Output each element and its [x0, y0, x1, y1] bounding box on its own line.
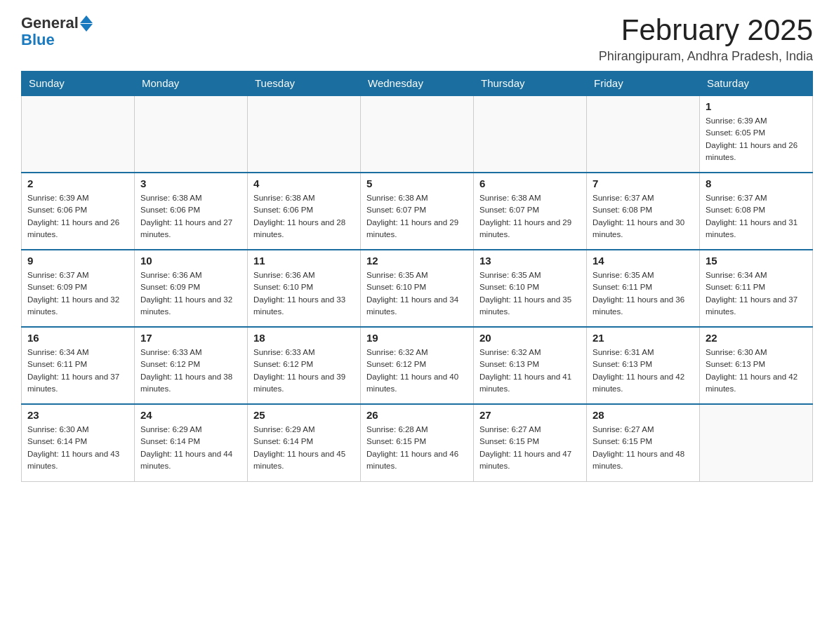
logo-blue: Blue [21, 31, 55, 48]
day-info: Sunrise: 6:32 AMSunset: 6:12 PMDaylight:… [366, 347, 468, 395]
day-info: Sunrise: 6:38 AMSunset: 6:07 PMDaylight:… [366, 192, 468, 241]
calendar-cell: 17Sunrise: 6:33 AMSunset: 6:12 PMDayligh… [135, 327, 248, 404]
day-info: Sunrise: 6:27 AMSunset: 6:15 PMDaylight:… [593, 424, 694, 472]
day-info: Sunrise: 6:32 AMSunset: 6:13 PMDaylight:… [479, 347, 581, 395]
weekday-header-friday: Friday [587, 72, 700, 96]
day-info: Sunrise: 6:36 AMSunset: 6:09 PMDaylight:… [140, 269, 241, 318]
day-number: 1 [706, 100, 807, 112]
calendar-cell: 24Sunrise: 6:29 AMSunset: 6:14 PMDayligh… [135, 404, 248, 481]
day-number: 23 [27, 409, 128, 421]
day-number: 3 [140, 177, 241, 189]
calendar-cell: 11Sunrise: 6:36 AMSunset: 6:10 PMDayligh… [248, 250, 361, 327]
calendar-cell: 8Sunrise: 6:37 AMSunset: 6:08 PMDaylight… [700, 173, 813, 250]
day-number: 9 [27, 255, 128, 267]
day-info: Sunrise: 6:37 AMSunset: 6:08 PMDaylight:… [706, 192, 807, 241]
calendar-cell: 9Sunrise: 6:37 AMSunset: 6:09 PMDaylight… [22, 250, 135, 327]
day-number: 15 [706, 255, 807, 267]
calendar-cell: 1Sunrise: 6:39 AMSunset: 6:05 PMDaylight… [700, 95, 813, 173]
calendar-cell [361, 95, 474, 173]
day-number: 17 [140, 332, 241, 344]
weekday-header-tuesday: Tuesday [248, 72, 361, 96]
title-block: February 2025 Phirangipuram, Andhra Prad… [599, 14, 813, 64]
day-info: Sunrise: 6:38 AMSunset: 6:06 PMDaylight:… [140, 192, 241, 241]
day-number: 27 [479, 409, 581, 421]
day-info: Sunrise: 6:31 AMSunset: 6:13 PMDaylight:… [593, 347, 694, 395]
day-number: 20 [479, 332, 581, 344]
day-info: Sunrise: 6:37 AMSunset: 6:09 PMDaylight:… [27, 269, 128, 318]
calendar-cell: 18Sunrise: 6:33 AMSunset: 6:12 PMDayligh… [248, 327, 361, 404]
day-info: Sunrise: 6:34 AMSunset: 6:11 PMDaylight:… [706, 269, 807, 318]
day-number: 24 [140, 409, 241, 421]
calendar-cell: 6Sunrise: 6:38 AMSunset: 6:07 PMDaylight… [474, 173, 587, 250]
calendar-cell: 14Sunrise: 6:35 AMSunset: 6:11 PMDayligh… [587, 250, 700, 327]
logo: General Blue [21, 14, 93, 49]
calendar-cell: 25Sunrise: 6:29 AMSunset: 6:14 PMDayligh… [248, 404, 361, 481]
day-number: 11 [253, 255, 355, 267]
day-number: 21 [593, 332, 694, 344]
calendar-cell [22, 95, 135, 173]
day-number: 6 [479, 177, 581, 189]
weekday-header-thursday: Thursday [474, 72, 587, 96]
day-info: Sunrise: 6:33 AMSunset: 6:12 PMDaylight:… [253, 347, 355, 395]
calendar-cell [587, 95, 700, 173]
calendar-cell: 4Sunrise: 6:38 AMSunset: 6:06 PMDaylight… [248, 173, 361, 250]
day-info: Sunrise: 6:39 AMSunset: 6:05 PMDaylight:… [706, 115, 807, 163]
calendar-subtitle: Phirangipuram, Andhra Pradesh, India [599, 49, 813, 64]
day-number: 2 [27, 177, 128, 189]
weekday-header-wednesday: Wednesday [361, 72, 474, 96]
calendar-cell: 13Sunrise: 6:35 AMSunset: 6:10 PMDayligh… [474, 250, 587, 327]
day-info: Sunrise: 6:35 AMSunset: 6:11 PMDaylight:… [593, 269, 694, 318]
day-info: Sunrise: 6:38 AMSunset: 6:06 PMDaylight:… [253, 192, 355, 241]
day-number: 16 [27, 332, 128, 344]
day-number: 10 [140, 255, 241, 267]
logo-triangle-down-icon [80, 24, 93, 32]
week-row-4: 16Sunrise: 6:34 AMSunset: 6:11 PMDayligh… [22, 327, 813, 404]
day-number: 22 [706, 332, 807, 344]
calendar-cell [135, 95, 248, 173]
day-number: 28 [593, 409, 694, 421]
calendar-cell [700, 404, 813, 481]
calendar-cell: 7Sunrise: 6:37 AMSunset: 6:08 PMDaylight… [587, 173, 700, 250]
calendar-title: February 2025 [599, 14, 813, 46]
page-header: General Blue February 2025 Phirangipuram… [21, 14, 813, 64]
day-info: Sunrise: 6:27 AMSunset: 6:15 PMDaylight:… [479, 424, 581, 472]
day-number: 13 [479, 255, 581, 267]
calendar-cell: 3Sunrise: 6:38 AMSunset: 6:06 PMDaylight… [135, 173, 248, 250]
calendar-cell: 22Sunrise: 6:30 AMSunset: 6:13 PMDayligh… [700, 327, 813, 404]
day-info: Sunrise: 6:33 AMSunset: 6:12 PMDaylight:… [140, 347, 241, 395]
calendar-cell: 15Sunrise: 6:34 AMSunset: 6:11 PMDayligh… [700, 250, 813, 327]
week-row-1: 1Sunrise: 6:39 AMSunset: 6:05 PMDaylight… [22, 95, 813, 173]
day-number: 8 [706, 177, 807, 189]
calendar-cell [474, 95, 587, 173]
day-number: 12 [366, 255, 468, 267]
day-number: 26 [366, 409, 468, 421]
day-number: 18 [253, 332, 355, 344]
weekday-header-sunday: Sunday [22, 72, 135, 96]
day-info: Sunrise: 6:30 AMSunset: 6:14 PMDaylight:… [27, 424, 128, 472]
day-info: Sunrise: 6:36 AMSunset: 6:10 PMDaylight:… [253, 269, 355, 318]
day-number: 25 [253, 409, 355, 421]
weekday-header-row: SundayMondayTuesdayWednesdayThursdayFrid… [22, 72, 813, 96]
week-row-2: 2Sunrise: 6:39 AMSunset: 6:06 PMDaylight… [22, 173, 813, 250]
calendar-cell: 2Sunrise: 6:39 AMSunset: 6:06 PMDaylight… [22, 173, 135, 250]
calendar-cell: 26Sunrise: 6:28 AMSunset: 6:15 PMDayligh… [361, 404, 474, 481]
calendar-cell: 20Sunrise: 6:32 AMSunset: 6:13 PMDayligh… [474, 327, 587, 404]
day-number: 14 [593, 255, 694, 267]
day-info: Sunrise: 6:38 AMSunset: 6:07 PMDaylight:… [479, 192, 581, 241]
logo-text-block: General Blue [21, 14, 93, 49]
day-number: 4 [253, 177, 355, 189]
calendar-cell: 16Sunrise: 6:34 AMSunset: 6:11 PMDayligh… [22, 327, 135, 404]
day-info: Sunrise: 6:30 AMSunset: 6:13 PMDaylight:… [706, 347, 807, 395]
logo-general: General [21, 14, 79, 32]
calendar-cell: 27Sunrise: 6:27 AMSunset: 6:15 PMDayligh… [474, 404, 587, 481]
calendar-cell: 21Sunrise: 6:31 AMSunset: 6:13 PMDayligh… [587, 327, 700, 404]
calendar-cell: 19Sunrise: 6:32 AMSunset: 6:12 PMDayligh… [361, 327, 474, 404]
day-info: Sunrise: 6:28 AMSunset: 6:15 PMDaylight:… [366, 424, 468, 472]
calendar-cell: 5Sunrise: 6:38 AMSunset: 6:07 PMDaylight… [361, 173, 474, 250]
day-info: Sunrise: 6:29 AMSunset: 6:14 PMDaylight:… [140, 424, 241, 472]
day-info: Sunrise: 6:29 AMSunset: 6:14 PMDaylight:… [253, 424, 355, 472]
day-number: 19 [366, 332, 468, 344]
day-info: Sunrise: 6:34 AMSunset: 6:11 PMDaylight:… [27, 347, 128, 395]
day-info: Sunrise: 6:35 AMSunset: 6:10 PMDaylight:… [479, 269, 581, 318]
weekday-header-saturday: Saturday [700, 72, 813, 96]
